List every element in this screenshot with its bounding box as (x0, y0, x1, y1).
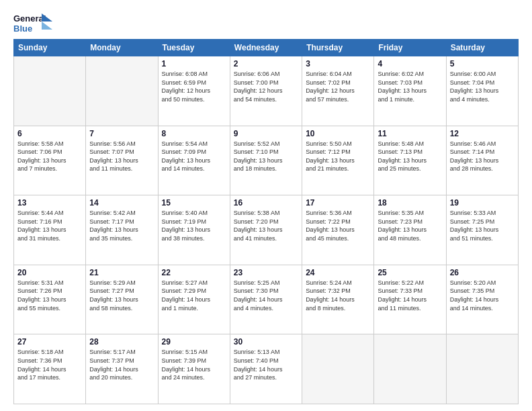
day-number: 26 (450, 268, 515, 277)
week-row-4: 20Sunrise: 5:31 AM Sunset: 7:26 PM Dayli… (14, 265, 519, 334)
day-number: 28 (89, 337, 154, 347)
calendar-cell (86, 56, 158, 126)
calendar-cell: 22Sunrise: 5:27 AM Sunset: 7:29 PM Dayli… (158, 265, 230, 334)
day-detail: Sunrise: 5:15 AM Sunset: 7:39 PM Dayligh… (162, 348, 226, 381)
header: GeneralBlue (13, 12, 519, 35)
day-number: 23 (234, 268, 298, 277)
day-number: 16 (234, 198, 298, 208)
day-detail: Sunrise: 5:36 AM Sunset: 7:22 PM Dayligh… (306, 209, 370, 242)
day-detail: Sunrise: 6:06 AM Sunset: 7:00 PM Dayligh… (234, 70, 298, 103)
calendar-cell: 26Sunrise: 5:20 AM Sunset: 7:35 PM Dayli… (446, 265, 518, 334)
day-header-friday: Friday (374, 40, 446, 56)
calendar-cell: 16Sunrise: 5:38 AM Sunset: 7:20 PM Dayli… (230, 195, 302, 265)
day-number: 1 (162, 59, 226, 68)
day-detail: Sunrise: 5:18 AM Sunset: 7:36 PM Dayligh… (17, 348, 82, 381)
day-detail: Sunrise: 5:13 AM Sunset: 7:40 PM Dayligh… (234, 348, 298, 381)
calendar-cell: 14Sunrise: 5:42 AM Sunset: 7:17 PM Dayli… (86, 195, 158, 265)
calendar-cell: 9Sunrise: 5:52 AM Sunset: 7:10 PM Daylig… (230, 126, 302, 195)
day-detail: Sunrise: 6:00 AM Sunset: 7:04 PM Dayligh… (450, 70, 515, 103)
day-detail: Sunrise: 5:20 AM Sunset: 7:35 PM Dayligh… (450, 279, 515, 312)
day-number: 11 (378, 129, 442, 138)
week-row-5: 27Sunrise: 5:18 AM Sunset: 7:36 PM Dayli… (14, 334, 519, 404)
calendar-cell: 7Sunrise: 5:56 AM Sunset: 7:07 PM Daylig… (86, 126, 158, 195)
calendar-cell (446, 334, 518, 404)
day-number: 15 (162, 198, 226, 208)
day-number: 14 (89, 198, 154, 208)
day-detail: Sunrise: 5:29 AM Sunset: 7:27 PM Dayligh… (89, 279, 154, 312)
day-number: 10 (306, 129, 370, 138)
calendar-cell: 15Sunrise: 5:40 AM Sunset: 7:19 PM Dayli… (158, 195, 230, 265)
calendar-cell: 18Sunrise: 5:35 AM Sunset: 7:23 PM Dayli… (374, 195, 446, 265)
day-header-sunday: Sunday (14, 40, 86, 56)
day-number: 4 (378, 59, 442, 68)
week-row-1: 1Sunrise: 6:08 AM Sunset: 6:59 PM Daylig… (14, 56, 519, 126)
calendar-cell: 17Sunrise: 5:36 AM Sunset: 7:22 PM Dayli… (302, 195, 374, 265)
day-number: 2 (234, 59, 298, 68)
calendar-header-row: SundayMondayTuesdayWednesdayThursdayFrid… (14, 40, 519, 56)
day-header-thursday: Thursday (302, 40, 374, 56)
day-detail: Sunrise: 5:50 AM Sunset: 7:12 PM Dayligh… (306, 140, 370, 173)
day-number: 22 (162, 268, 226, 277)
calendar-cell (374, 334, 446, 404)
day-number: 25 (378, 268, 442, 277)
day-detail: Sunrise: 5:24 AM Sunset: 7:32 PM Dayligh… (306, 279, 370, 312)
calendar-cell: 28Sunrise: 5:17 AM Sunset: 7:37 PM Dayli… (86, 334, 158, 404)
calendar-cell: 4Sunrise: 6:02 AM Sunset: 7:03 PM Daylig… (374, 56, 446, 126)
day-header-wednesday: Wednesday (230, 40, 302, 56)
calendar-cell: 1Sunrise: 6:08 AM Sunset: 6:59 PM Daylig… (158, 56, 230, 126)
logo: GeneralBlue (13, 12, 54, 35)
day-detail: Sunrise: 5:35 AM Sunset: 7:23 PM Dayligh… (378, 209, 442, 242)
day-detail: Sunrise: 5:38 AM Sunset: 7:20 PM Dayligh… (234, 209, 298, 242)
day-number: 12 (450, 129, 515, 138)
calendar-table: SundayMondayTuesdayWednesdayThursdayFrid… (13, 39, 519, 404)
day-number: 13 (17, 198, 82, 208)
day-number: 24 (306, 268, 370, 277)
calendar-cell: 6Sunrise: 5:58 AM Sunset: 7:06 PM Daylig… (14, 126, 86, 195)
day-number: 27 (17, 337, 82, 347)
day-detail: Sunrise: 5:22 AM Sunset: 7:33 PM Dayligh… (378, 279, 442, 312)
day-number: 18 (378, 198, 442, 208)
day-header-monday: Monday (86, 40, 158, 56)
calendar-cell: 10Sunrise: 5:50 AM Sunset: 7:12 PM Dayli… (302, 126, 374, 195)
day-detail: Sunrise: 5:42 AM Sunset: 7:17 PM Dayligh… (89, 209, 154, 242)
calendar-cell: 24Sunrise: 5:24 AM Sunset: 7:32 PM Dayli… (302, 265, 374, 334)
calendar-cell: 11Sunrise: 5:48 AM Sunset: 7:13 PM Dayli… (374, 126, 446, 195)
calendar-cell: 23Sunrise: 5:25 AM Sunset: 7:30 PM Dayli… (230, 265, 302, 334)
day-header-saturday: Saturday (446, 40, 518, 56)
day-number: 29 (162, 337, 226, 347)
day-detail: Sunrise: 5:40 AM Sunset: 7:19 PM Dayligh… (162, 209, 226, 242)
day-header-tuesday: Tuesday (158, 40, 230, 56)
day-detail: Sunrise: 6:04 AM Sunset: 7:02 PM Dayligh… (306, 70, 370, 103)
day-number: 8 (162, 129, 226, 138)
day-detail: Sunrise: 5:54 AM Sunset: 7:09 PM Dayligh… (162, 140, 226, 173)
calendar-cell: 8Sunrise: 5:54 AM Sunset: 7:09 PM Daylig… (158, 126, 230, 195)
day-number: 19 (450, 198, 515, 208)
day-detail: Sunrise: 6:08 AM Sunset: 6:59 PM Dayligh… (162, 70, 226, 103)
calendar-cell: 27Sunrise: 5:18 AM Sunset: 7:36 PM Dayli… (14, 334, 86, 404)
day-number: 30 (234, 337, 298, 347)
day-detail: Sunrise: 5:48 AM Sunset: 7:13 PM Dayligh… (378, 140, 442, 173)
calendar-cell (302, 334, 374, 404)
calendar-cell: 29Sunrise: 5:15 AM Sunset: 7:39 PM Dayli… (158, 334, 230, 404)
logo-icon: GeneralBlue (13, 12, 54, 35)
calendar-cell: 19Sunrise: 5:33 AM Sunset: 7:25 PM Dayli… (446, 195, 518, 265)
calendar-cell: 2Sunrise: 6:06 AM Sunset: 7:00 PM Daylig… (230, 56, 302, 126)
day-detail: Sunrise: 5:17 AM Sunset: 7:37 PM Dayligh… (89, 348, 154, 381)
day-detail: Sunrise: 5:52 AM Sunset: 7:10 PM Dayligh… (234, 140, 298, 173)
day-detail: Sunrise: 5:27 AM Sunset: 7:29 PM Dayligh… (162, 279, 226, 312)
day-detail: Sunrise: 5:25 AM Sunset: 7:30 PM Dayligh… (234, 279, 298, 312)
day-detail: Sunrise: 5:56 AM Sunset: 7:07 PM Dayligh… (89, 140, 154, 173)
day-detail: Sunrise: 6:02 AM Sunset: 7:03 PM Dayligh… (378, 70, 442, 103)
calendar-cell: 21Sunrise: 5:29 AM Sunset: 7:27 PM Dayli… (86, 265, 158, 334)
day-detail: Sunrise: 5:58 AM Sunset: 7:06 PM Dayligh… (17, 140, 82, 173)
day-detail: Sunrise: 5:44 AM Sunset: 7:16 PM Dayligh… (17, 209, 82, 242)
week-row-2: 6Sunrise: 5:58 AM Sunset: 7:06 PM Daylig… (14, 126, 519, 195)
calendar-cell: 25Sunrise: 5:22 AM Sunset: 7:33 PM Dayli… (374, 265, 446, 334)
day-number: 6 (17, 129, 82, 138)
calendar-cell: 30Sunrise: 5:13 AM Sunset: 7:40 PM Dayli… (230, 334, 302, 404)
calendar-cell: 5Sunrise: 6:00 AM Sunset: 7:04 PM Daylig… (446, 56, 518, 126)
svg-text:Blue: Blue (13, 24, 32, 34)
day-detail: Sunrise: 5:33 AM Sunset: 7:25 PM Dayligh… (450, 209, 515, 242)
day-number: 7 (89, 129, 154, 138)
day-number: 21 (89, 268, 154, 277)
